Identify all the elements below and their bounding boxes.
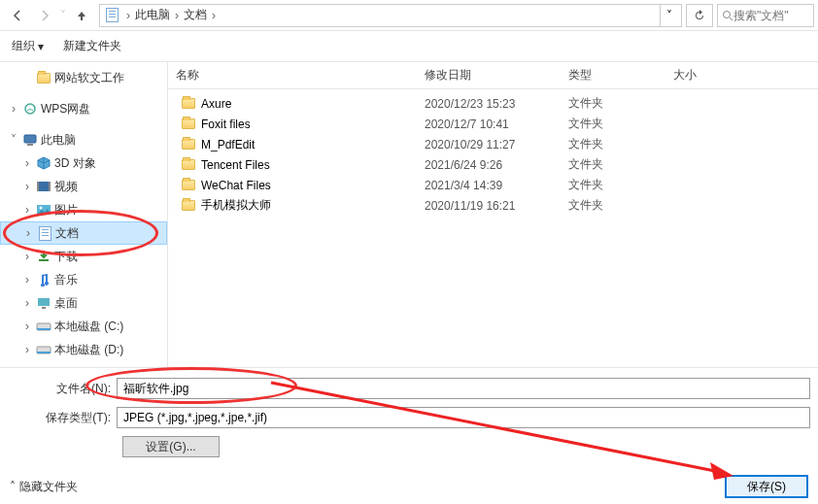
tree-label: 下载: [54, 249, 78, 265]
search-input[interactable]: [717, 4, 814, 27]
file-date: 2020/12/7 10:41: [417, 118, 561, 131]
search-field[interactable]: [733, 9, 801, 22]
pic-icon: [35, 202, 52, 218]
organize-menu[interactable]: 组织 ▾: [12, 38, 44, 54]
svg-rect-6: [37, 182, 39, 191]
sidebar-item-13[interactable]: ›本地磁盘 (D:): [0, 338, 167, 361]
tree-arrow-icon: ˅: [8, 133, 19, 147]
sidebar: 网站软文工作›WPS网盘˅此电脑›3D 对象›视频›图片›文档›下载›音乐›桌面…: [0, 62, 167, 367]
file-row[interactable]: Foxit files2020/12/7 10:41文件夹: [168, 114, 818, 134]
back-button[interactable]: [4, 4, 31, 27]
sidebar-item-10[interactable]: ›音乐: [0, 268, 167, 291]
tree-arrow-icon: ›: [21, 250, 33, 263]
settings-button[interactable]: 设置(G)...: [122, 436, 220, 457]
filename-label: 文件名(N):: [8, 381, 117, 397]
breadcrumb-dropdown[interactable]: ˅: [660, 5, 677, 26]
tree-label: 本地磁盘 (D:): [54, 342, 123, 358]
up-button[interactable]: [68, 4, 95, 27]
sidebar-item-0[interactable]: 网站软文工作: [0, 66, 167, 89]
tree-label: 文档: [55, 225, 79, 242]
sidebar-item-4[interactable]: ˅此电脑: [0, 128, 167, 151]
tree-arrow-icon: ›: [21, 343, 33, 356]
file-date: 2020/11/19 16:21: [417, 199, 561, 213]
file-date: 2020/12/23 15:23: [417, 97, 561, 111]
sidebar-item-11[interactable]: ›桌面: [0, 291, 167, 315]
new-folder-button[interactable]: 新建文件夹: [63, 38, 121, 54]
col-type[interactable]: 类型: [561, 67, 665, 84]
file-type: 文件夹: [561, 136, 665, 152]
music-icon: [35, 272, 52, 287]
svg-point-0: [724, 11, 731, 17]
file-row[interactable]: Tencent Files2021/6/24 9:26文件夹: [168, 154, 818, 175]
desk-icon: [35, 295, 52, 311]
svg-point-2: [25, 104, 35, 114]
breadcrumb-item[interactable]: 此电脑: [133, 7, 172, 23]
svg-rect-11: [38, 298, 50, 306]
chevron-right-icon: ›: [126, 9, 130, 22]
tree-arrow-icon: ›: [8, 102, 19, 116]
tree-label: 3D 对象: [54, 155, 96, 172]
file-row[interactable]: 手机模拟大师2020/11/19 16:21文件夹: [168, 195, 818, 216]
sidebar-item-9[interactable]: ›下载: [0, 245, 167, 268]
save-button[interactable]: 保存(S): [725, 475, 808, 498]
file-row[interactable]: WeChat Files2021/3/4 14:39文件夹: [168, 175, 818, 195]
column-headers[interactable]: 名称 修改日期 类型 大小: [168, 62, 818, 89]
file-name: WeChat Files: [201, 179, 271, 192]
forward-button[interactable]: [31, 4, 58, 27]
breadcrumb[interactable]: › 此电脑 › 文档 › ˅: [99, 4, 682, 27]
sidebar-item-8[interactable]: ›文档: [0, 221, 167, 245]
folder-icon: [182, 200, 195, 211]
col-date[interactable]: 修改日期: [417, 67, 561, 84]
file-row[interactable]: Axure2020/12/23 15:23文件夹: [168, 93, 818, 114]
file-name: M_PdfEdit: [201, 138, 255, 151]
sidebar-item-2[interactable]: ›WPS网盘: [0, 97, 167, 120]
file-row[interactable]: M_PdfEdit2020/10/29 11:27文件夹: [168, 134, 818, 154]
col-size[interactable]: 大小: [665, 67, 818, 84]
wps-icon: [21, 101, 39, 117]
video-icon: [35, 179, 52, 194]
folder-icon: [182, 139, 195, 150]
filename-input[interactable]: [117, 378, 810, 399]
tree-label: 本地磁盘 (C:): [54, 319, 123, 335]
tree-label: 视频: [54, 179, 78, 195]
svg-rect-12: [42, 307, 46, 309]
hide-folders-toggle[interactable]: ˄ 隐藏文件夹: [10, 479, 78, 495]
svg-rect-14: [37, 328, 51, 330]
tree-arrow-icon: ›: [21, 156, 33, 170]
sidebar-item-7[interactable]: ›图片: [0, 198, 167, 221]
svg-rect-5: [37, 182, 51, 191]
chevron-right-icon: ›: [212, 9, 216, 22]
breadcrumb-item[interactable]: 文档: [182, 7, 209, 23]
file-type: 文件夹: [561, 116, 665, 132]
folder-icon: [182, 180, 195, 190]
search-icon: [722, 10, 733, 21]
filetype-select[interactable]: [117, 407, 810, 428]
document-icon: [104, 8, 119, 23]
file-date: 2021/3/4 14:39: [417, 179, 561, 192]
sidebar-item-5[interactable]: ›3D 对象: [0, 151, 167, 175]
svg-rect-7: [49, 182, 51, 191]
disk-icon: [35, 319, 52, 334]
file-list: Axure2020/12/23 15:23文件夹Foxit files2020/…: [168, 89, 818, 219]
folder-icon: [182, 118, 195, 129]
tree-arrow-icon: ›: [21, 296, 33, 310]
doc-icon: [36, 225, 53, 241]
svg-rect-4: [27, 144, 33, 146]
col-name[interactable]: 名称: [168, 67, 417, 84]
filetype-label: 保存类型(T):: [8, 410, 117, 426]
refresh-button[interactable]: [686, 4, 713, 27]
sidebar-item-12[interactable]: ›本地磁盘 (C:): [0, 315, 167, 338]
3d-icon: [35, 155, 52, 171]
file-date: 2021/6/24 9:26: [417, 158, 561, 172]
chevron-right-icon: ›: [175, 9, 179, 22]
tree-arrow-icon: ›: [21, 180, 33, 193]
tree-label: 图片: [54, 202, 78, 218]
file-type: 文件夹: [561, 156, 665, 173]
file-type: 文件夹: [561, 95, 665, 112]
chevron-down-icon: ▾: [38, 40, 44, 53]
tree-label: 网站软文工作: [54, 70, 124, 86]
sidebar-item-6[interactable]: ›视频: [0, 175, 167, 198]
svg-rect-16: [37, 352, 51, 353]
history-dropdown-icon[interactable]: ˅: [60, 9, 66, 22]
dl-icon: [35, 249, 52, 264]
